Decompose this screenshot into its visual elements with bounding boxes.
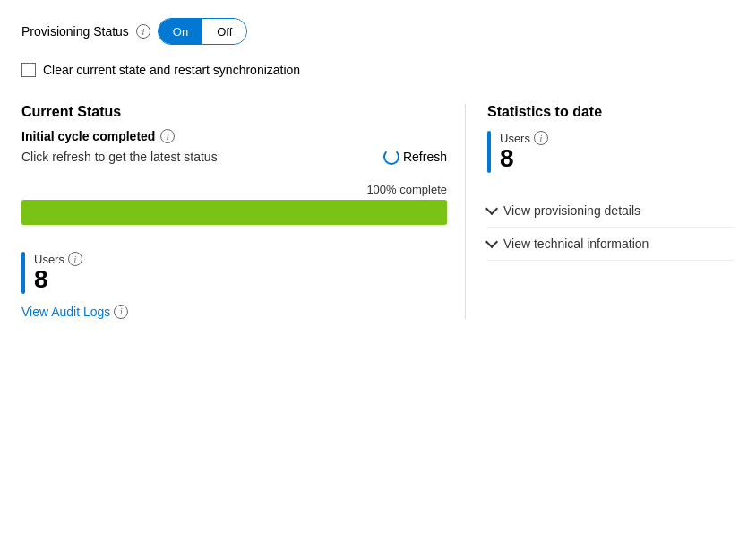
stats-users-info-icon[interactable]: i bbox=[534, 131, 548, 145]
toggle-off-button[interactable]: Off bbox=[202, 19, 246, 44]
provisioning-status-label: Provisioning Status bbox=[21, 24, 129, 39]
toggle-on-button[interactable]: On bbox=[159, 19, 202, 44]
provisioning-info-icon[interactable]: i bbox=[136, 24, 150, 39]
audit-link-label: View Audit Logs bbox=[21, 305, 110, 319]
stats-users-count: 8 bbox=[500, 145, 548, 173]
stats-users-bar-indicator bbox=[487, 131, 491, 173]
audit-info-icon[interactable]: i bbox=[114, 305, 128, 319]
progress-bar-fill bbox=[21, 200, 447, 225]
users-count: 8 bbox=[34, 266, 82, 294]
view-provisioning-details-row[interactable]: View provisioning details bbox=[487, 194, 735, 228]
checkbox-label: Clear current state and restart synchron… bbox=[43, 63, 300, 77]
bottom-left-section: Users i 8 View Audit Logs i bbox=[21, 252, 447, 319]
initial-cycle-label: Initial cycle completed bbox=[21, 129, 155, 143]
users-section: Users i 8 bbox=[21, 252, 447, 294]
users-bar-indicator bbox=[21, 252, 25, 294]
progress-bar-background bbox=[21, 200, 447, 225]
view-technical-information-label: View technical information bbox=[503, 237, 649, 251]
users-info-icon[interactable]: i bbox=[68, 252, 82, 266]
progress-area: 100% complete bbox=[21, 183, 447, 225]
view-provisioning-details-label: View provisioning details bbox=[503, 203, 640, 218]
initial-cycle-info-icon[interactable]: i bbox=[160, 129, 175, 143]
users-info: Users i 8 bbox=[34, 252, 82, 294]
refresh-label: Refresh bbox=[403, 150, 447, 164]
right-panel: Statistics to date Users i 8 View provis… bbox=[466, 104, 735, 319]
left-panel: Current Status Initial cycle completed i… bbox=[21, 104, 466, 319]
view-technical-information-row[interactable]: View technical information bbox=[487, 228, 735, 261]
stats-users-section: Users i 8 bbox=[487, 131, 735, 173]
clear-state-checkbox[interactable] bbox=[21, 63, 36, 77]
progress-label: 100% complete bbox=[21, 183, 447, 196]
refresh-prompt-text: Click refresh to get the latest status bbox=[21, 150, 218, 164]
chevron-down-icon bbox=[485, 202, 498, 215]
chevron-down-icon-2 bbox=[485, 236, 498, 248]
refresh-row: Click refresh to get the latest status R… bbox=[21, 149, 447, 165]
toggle-switch[interactable]: On Off bbox=[158, 18, 247, 45]
refresh-icon bbox=[383, 149, 399, 165]
main-content: Current Status Initial cycle completed i… bbox=[21, 104, 735, 319]
stats-users-label-row: Users i bbox=[500, 131, 548, 145]
refresh-button[interactable]: Refresh bbox=[383, 149, 447, 165]
stats-users-info: Users i 8 bbox=[500, 131, 548, 173]
checkbox-row: Clear current state and restart synchron… bbox=[21, 63, 735, 77]
provisioning-status-row: Provisioning Status i On Off bbox=[21, 18, 735, 45]
users-label: Users bbox=[34, 253, 64, 266]
view-audit-logs-link[interactable]: View Audit Logs i bbox=[21, 305, 447, 319]
initial-cycle-row: Initial cycle completed i bbox=[21, 129, 447, 143]
users-label-row: Users i bbox=[34, 252, 82, 266]
stats-users-label: Users bbox=[500, 132, 530, 145]
current-status-title: Current Status bbox=[21, 104, 447, 120]
statistics-title: Statistics to date bbox=[487, 104, 735, 120]
